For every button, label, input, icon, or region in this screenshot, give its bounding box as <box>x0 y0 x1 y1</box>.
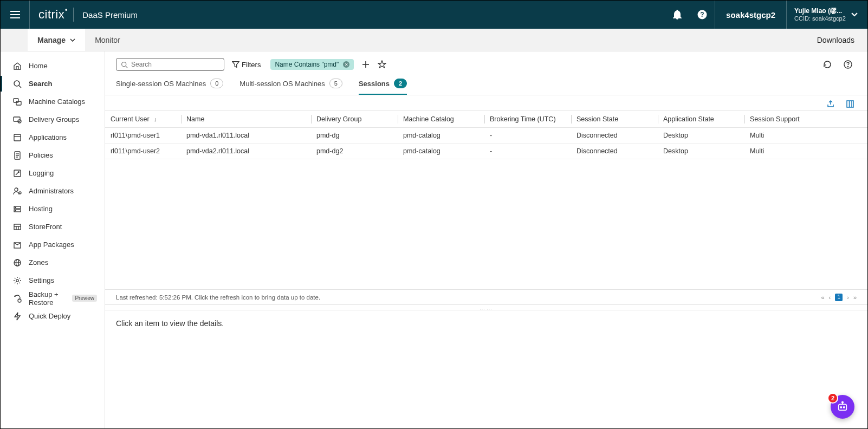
svg-marker-40 <box>378 61 386 68</box>
splitter-handle[interactable]: …… <box>105 304 867 310</box>
sidebar-item-settings[interactable]: Settings <box>1 271 105 289</box>
export-button[interactable] <box>826 100 835 108</box>
svg-point-5 <box>14 81 20 86</box>
applications-icon <box>12 133 22 142</box>
col-current-user[interactable]: Current User↓ <box>105 111 181 128</box>
sidebar-item-applications[interactable]: Applications <box>1 128 105 146</box>
table-header-row: Current User↓ Name Delivery Group Machin… <box>105 111 867 128</box>
sidebar-item-label: Machine Catalogs <box>29 98 85 106</box>
columns-button[interactable] <box>846 100 854 108</box>
hosting-icon <box>12 204 22 214</box>
col-name[interactable]: Name <box>181 111 311 128</box>
table-actions <box>105 95 867 110</box>
search-input-wrapper[interactable] <box>116 58 224 71</box>
menu-icon <box>10 10 21 19</box>
chevron-down-icon <box>851 12 858 17</box>
secondary-nav: Manage Monitor Downloads <box>1 29 867 51</box>
col-machine-catalog[interactable]: Machine Catalog <box>398 111 484 128</box>
table-row[interactable]: rl011\pmd-user2 pmd-vda2.rl011.local pmd… <box>105 144 867 159</box>
backup-icon <box>12 294 22 303</box>
table-row[interactable]: rl011\pmd-user1 pmd-vda1.rl011.local pmd… <box>105 128 867 144</box>
sidebar-item-policies[interactable]: Policies <box>1 146 105 164</box>
cell-session-support: Multi <box>744 144 867 159</box>
close-icon[interactable]: ✕ <box>343 61 349 68</box>
sidebar-item-home[interactable]: Home <box>1 57 105 75</box>
sidebar-item-storefront[interactable]: StoreFront <box>1 218 105 236</box>
policies-icon <box>12 151 22 160</box>
svg-point-48 <box>842 401 844 403</box>
col-brokering-time[interactable]: Brokering Time (UTC) <box>484 111 571 128</box>
help-button[interactable]: ? <box>690 1 715 29</box>
sidebar-item-hosting[interactable]: Hosting <box>1 200 105 218</box>
assistant-fab[interactable]: 2 <box>831 395 854 419</box>
tab-single-session[interactable]: Single-session OS Machines 0 <box>116 79 223 95</box>
preview-badge: Preview <box>72 295 97 302</box>
pager-next[interactable]: › <box>847 294 849 301</box>
sidebar-item-zones[interactable]: Zones <box>1 253 105 271</box>
pager-last[interactable]: » <box>853 294 857 301</box>
cell-brokering-time: - <box>484 128 571 144</box>
svg-point-23 <box>15 210 16 211</box>
cell-brokering-time: - <box>484 144 571 159</box>
quick-deploy-icon <box>12 311 22 321</box>
downloads-link[interactable]: Downloads <box>804 29 867 51</box>
sidebar-item-administrators[interactable]: Administrators <box>1 182 105 200</box>
sidebar-item-search[interactable]: Search <box>1 75 105 93</box>
brand-logo: •citrix <box>38 8 64 22</box>
tab-monitor[interactable]: Monitor <box>85 29 130 51</box>
bell-icon <box>673 10 682 20</box>
svg-marker-34 <box>15 313 20 320</box>
sidebar-item-backup-restore[interactable]: Backup + Restore Preview <box>1 289 105 307</box>
cell-current-user: rl011\pmd-user2 <box>105 144 181 159</box>
context-help-button[interactable] <box>844 60 852 69</box>
tenant-label[interactable]: soak4stgcp2 <box>715 1 786 29</box>
sidebar-item-label: Policies <box>29 151 53 159</box>
filters-button[interactable]: Filters <box>232 61 263 69</box>
col-delivery-group[interactable]: Delivery Group <box>311 111 398 128</box>
export-icon <box>826 100 835 108</box>
hamburger-menu[interactable] <box>1 1 30 29</box>
svg-line-36 <box>126 66 127 67</box>
sidebar-item-logging[interactable]: Logging <box>1 164 105 182</box>
search-icon <box>12 79 22 89</box>
brand: •citrix DaaS Premium <box>30 8 146 22</box>
sidebar-item-delivery-groups[interactable]: Delivery Groups <box>1 110 105 128</box>
user-menu[interactable]: Yujie Miao (缪... CCID: soak4stgcp2 <box>786 1 867 29</box>
sidebar-item-machine-catalogs[interactable]: Machine Catalogs <box>1 93 105 110</box>
tab-manage[interactable]: Manage <box>28 29 85 51</box>
col-session-state[interactable]: Session State <box>571 111 658 128</box>
sidebar-item-label: StoreFront <box>29 223 62 231</box>
machine-catalogs-icon <box>12 97 22 107</box>
pager-current-page[interactable]: 1 <box>835 294 843 301</box>
sidebar-item-label: Home <box>29 62 48 70</box>
sidebar-item-quick-deploy[interactable]: Quick Deploy <box>1 307 105 325</box>
tab-multi-session[interactable]: Multi-session OS Machines 5 <box>239 79 342 95</box>
refresh-button[interactable] <box>823 60 832 69</box>
tab-sessions[interactable]: Sessions 2 <box>359 79 407 95</box>
status-bar: Last refreshed: 5:52:26 PM. Click the re… <box>105 289 867 304</box>
cell-delivery-group: pmd-dg <box>311 128 398 144</box>
filter-chip[interactable]: Name Contains "pmd" ✕ <box>270 59 354 70</box>
favorite-button[interactable] <box>378 60 386 69</box>
add-button[interactable] <box>361 60 370 69</box>
cell-machine-catalog: pmd-catalog <box>398 128 484 144</box>
sidebar-item-label: Hosting <box>29 205 53 213</box>
col-session-support[interactable]: Session Support <box>744 111 867 128</box>
sidebar-item-label: Backup + Restore <box>29 290 62 307</box>
tab-label: Multi-session OS Machines <box>239 80 325 88</box>
sidebar-item-label: Delivery Groups <box>29 115 79 123</box>
pager-first[interactable]: « <box>821 294 824 301</box>
sidebar-item-label: Administrators <box>29 187 74 195</box>
pager-prev[interactable]: ‹ <box>829 294 831 301</box>
col-application-state[interactable]: Application State <box>658 111 744 128</box>
tab-label: Single-session OS Machines <box>116 80 206 88</box>
sidebar-item-app-packages[interactable]: App Packages <box>1 236 105 253</box>
notifications-button[interactable] <box>665 1 690 29</box>
search-input[interactable] <box>131 61 219 68</box>
search-icon <box>121 61 128 68</box>
top-bar: •citrix DaaS Premium ? soak4stgcp2 Yujie… <box>1 1 867 29</box>
svg-point-49 <box>840 407 841 408</box>
user-name: Yujie Miao (缪... <box>794 7 846 15</box>
delivery-groups-icon <box>12 115 22 125</box>
detail-pane: Click an item to view the details. <box>105 310 867 428</box>
